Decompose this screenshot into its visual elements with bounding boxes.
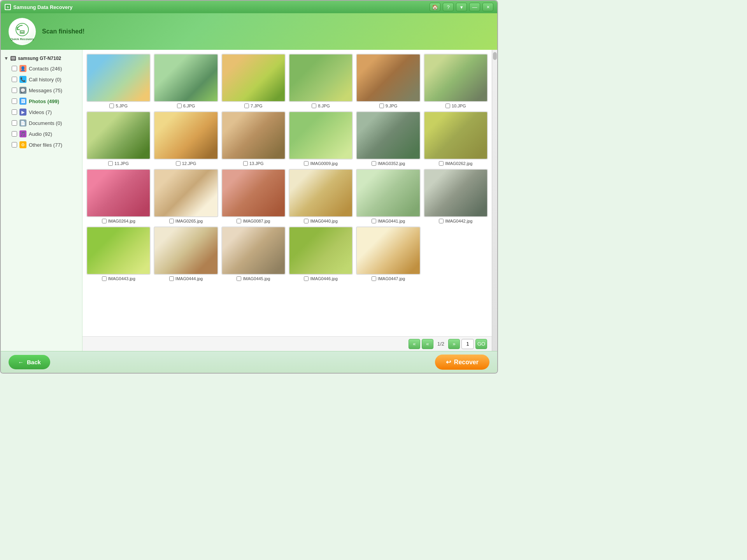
photo-checkbox[interactable] <box>237 219 241 223</box>
photo-thumbnail <box>221 226 286 275</box>
help-button[interactable]: ? <box>443 3 454 11</box>
sidebar-checkbox-audio[interactable] <box>12 131 17 137</box>
sidebar-checkbox-other-files[interactable] <box>12 142 17 147</box>
photo-label-row: IMAG0265.jpg <box>169 219 203 223</box>
photo-checkbox[interactable] <box>372 161 376 166</box>
photo-checkbox[interactable] <box>379 104 384 108</box>
sidebar: ▼ samsung GT-N7102 👤 Contacts (246) 📞 Ca… <box>1 50 82 351</box>
svg-rect-7 <box>12 60 14 61</box>
photo-item[interactable]: 13.JPG <box>221 111 286 166</box>
photo-item[interactable]: 9.JPG <box>356 54 420 108</box>
back-button[interactable]: ← Back <box>9 355 50 369</box>
photo-checkbox[interactable] <box>109 104 114 108</box>
sidebar-checkbox-videos[interactable] <box>12 109 17 115</box>
page-number-input[interactable] <box>461 339 474 349</box>
photo-label-row: IMAG0445.jpg <box>237 276 270 281</box>
photo-label-row: IMAG0443.jpg <box>102 276 135 281</box>
sidebar-item-documents[interactable]: 📄 Documents (0) <box>1 118 82 128</box>
sidebar-checkbox-call-history[interactable] <box>12 77 17 82</box>
sidebar-item-contacts[interactable]: 👤 Contacts (246) <box>1 63 82 74</box>
photo-thumbnail <box>86 54 151 102</box>
sidebar-item-videos[interactable]: ▶ Videos (7) <box>1 107 82 118</box>
photo-thumbnail <box>424 111 488 160</box>
photo-item[interactable]: IMAG0444.jpg <box>154 226 218 281</box>
recover-button[interactable]: ↩ Recover <box>435 355 489 370</box>
first-page-button[interactable]: « <box>409 339 420 349</box>
photo-item[interactable]: IMAG0447.jpg <box>356 226 420 281</box>
dropdown-button[interactable]: ▾ <box>456 3 467 11</box>
sidebar-item-photos[interactable]: 🖼 Photos (499) <box>1 96 82 107</box>
photo-item[interactable]: 11.JPG <box>86 111 151 166</box>
photo-item[interactable]: 12.JPG <box>154 111 218 166</box>
photo-checkbox[interactable] <box>445 104 450 108</box>
photo-item[interactable]: 5.JPG <box>86 54 151 108</box>
photo-checkbox[interactable] <box>102 276 107 281</box>
photo-item[interactable]: IMAG0445.jpg <box>221 226 286 281</box>
photo-checkbox[interactable] <box>304 276 309 281</box>
photo-checkbox[interactable] <box>439 161 444 166</box>
sidebar-checkbox-photos[interactable] <box>12 98 17 104</box>
photo-checkbox[interactable] <box>304 219 309 223</box>
photo-item[interactable]: IMAG0440.jpg <box>289 169 353 223</box>
title-bar: S Samsung Data Recovery 🏠 ? ▾ — ✕ <box>1 1 497 13</box>
sidebar-checkbox-documents[interactable] <box>12 120 17 126</box>
photo-checkbox[interactable] <box>169 276 174 281</box>
photo-item[interactable]: 10.JPG <box>424 54 488 108</box>
sidebar-checkbox-contacts[interactable] <box>12 66 17 71</box>
photo-item[interactable]: IMAG0264.jpg <box>86 169 151 223</box>
photo-thumbnail <box>154 226 218 275</box>
sidebar-item-audio[interactable]: 🎵 Audio (92) <box>1 128 82 139</box>
photo-label-row: 11.JPG <box>108 161 129 166</box>
photo-item[interactable]: IMAG0087.jpg <box>221 169 286 223</box>
photo-thumbnail <box>424 169 488 217</box>
photo-item[interactable]: IMAG0265.jpg <box>154 169 218 223</box>
photo-label-row: IMAG0442.jpg <box>439 219 472 223</box>
photo-item[interactable]: IMAG0446.jpg <box>289 226 353 281</box>
photo-item[interactable]: 8.JPG <box>289 54 353 108</box>
next-page-button[interactable]: » <box>448 339 460 349</box>
photo-item[interactable]: 7.JPG <box>221 54 286 108</box>
photo-checkbox[interactable] <box>372 219 376 223</box>
quick-recovery-logo: Quick Recovery <box>9 18 36 45</box>
photo-filename: 9.JPG <box>386 104 398 108</box>
photo-label-row: 12.JPG <box>176 161 196 166</box>
photo-filename: IMAG0444.jpg <box>175 276 203 281</box>
photo-checkbox[interactable] <box>102 219 107 223</box>
photo-item[interactable]: IMAG0441.jpg <box>356 169 420 223</box>
photo-item[interactable]: IMAG0009.jpg <box>289 111 353 166</box>
close-button[interactable]: ✕ <box>482 3 493 11</box>
photo-item[interactable]: IMAG0442.jpg <box>424 169 488 223</box>
device-row: ▼ samsung GT-N7102 <box>1 54 82 63</box>
scrollbar[interactable] <box>492 50 497 351</box>
photo-checkbox[interactable] <box>244 104 249 108</box>
photo-checkbox[interactable] <box>177 104 182 108</box>
photo-item[interactable]: IMAG0443.jpg <box>86 226 151 281</box>
photo-label-row: IMAG0441.jpg <box>372 219 405 223</box>
home-button[interactable]: 🏠 <box>430 3 440 11</box>
photo-filename: IMAG0441.jpg <box>378 219 405 223</box>
photo-item[interactable]: IMAG0352.jpg <box>356 111 420 166</box>
sidebar-checkbox-messages[interactable] <box>12 88 17 93</box>
photo-label-row: IMAG0446.jpg <box>304 276 337 281</box>
go-button[interactable]: GO <box>475 339 487 349</box>
photo-item[interactable]: IMAG0262.jpg <box>424 111 488 166</box>
sidebar-items-container: 👤 Contacts (246) 📞 Call history (0) 💬 Me… <box>1 63 82 150</box>
photo-checkbox[interactable] <box>372 276 376 281</box>
photo-item[interactable]: 6.JPG <box>154 54 218 108</box>
recover-icon: ↩ <box>446 358 451 366</box>
photo-checkbox[interactable] <box>312 104 316 108</box>
sidebar-item-messages[interactable]: 💬 Messages (75) <box>1 85 82 96</box>
photo-checkbox[interactable] <box>439 219 444 223</box>
photo-checkbox[interactable] <box>243 161 248 166</box>
sidebar-item-other-files[interactable]: ⚙ Other files (77) <box>1 139 82 150</box>
photo-checkbox[interactable] <box>237 276 241 281</box>
photo-checkbox[interactable] <box>108 161 113 166</box>
photo-checkbox[interactable] <box>304 161 309 166</box>
sidebar-label-contacts: Contacts (246) <box>29 66 62 72</box>
sidebar-item-call-history[interactable]: 📞 Call history (0) <box>1 74 82 85</box>
photo-checkbox[interactable] <box>169 219 174 223</box>
title-bar-left: S Samsung Data Recovery <box>5 4 72 10</box>
photo-checkbox[interactable] <box>176 161 181 166</box>
prev-page-button[interactable]: « <box>422 339 433 349</box>
minimize-button[interactable]: — <box>469 3 480 11</box>
